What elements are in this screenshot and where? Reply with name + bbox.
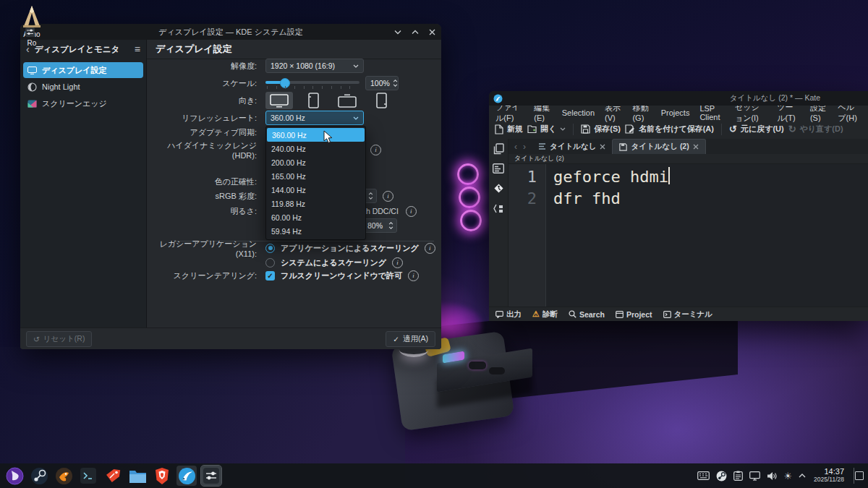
resolution-combobox[interactable]: 1920 × 1080 (16:9)	[265, 59, 364, 73]
spin-arrows-icon[interactable]	[368, 192, 373, 200]
tab-close-icon[interactable]	[693, 144, 699, 150]
tab-back-icon[interactable]: ‹	[514, 142, 517, 152]
menu-projects[interactable]: Projects	[661, 108, 690, 117]
spin-arrows-icon[interactable]	[388, 222, 393, 229]
sidebar-item-night-light[interactable]: Night Light	[23, 79, 143, 95]
project-panel-button[interactable]: Project	[616, 310, 652, 319]
clock[interactable]: 14:37 2025/11/28	[814, 468, 844, 484]
radio-apply-scaling-by-system[interactable]	[265, 258, 275, 267]
show-desktop-button[interactable]	[854, 468, 864, 484]
spin-arrows-icon[interactable]	[393, 80, 398, 87]
hdr-info-icon[interactable]: i	[370, 145, 381, 155]
anno-game-icon[interactable]	[20, 4, 44, 29]
git-tool-icon[interactable]	[493, 182, 505, 194]
redo-label: やり直す(D)	[800, 124, 843, 134]
open-dropdown-chevron-icon[interactable]	[560, 127, 566, 131]
search-panel-button[interactable]: Search	[569, 310, 605, 319]
save-as-button[interactable]: 名前を付けて保存(A)	[625, 124, 714, 134]
undo-button[interactable]: ↺ 元に戻す(U)	[729, 124, 784, 134]
diagnostics-panel-button[interactable]: ⚠ 診断	[532, 309, 558, 320]
output-icon	[495, 311, 503, 318]
clipboard-tray-icon[interactable]	[733, 471, 743, 481]
minimize-icon[interactable]	[394, 30, 401, 35]
orientation-portrait-button[interactable]	[299, 92, 327, 109]
tearing-checkbox[interactable]: ✓	[265, 271, 275, 281]
menu-go[interactable]: 移動(G)	[632, 103, 650, 122]
keyboard-layout-tray-icon[interactable]	[697, 471, 710, 480]
documents-tool-icon[interactable]	[493, 143, 504, 155]
dropdown-option[interactable]: 59.94 Hz	[266, 224, 365, 238]
screen-tearing-label: スクリーンテアリング:	[147, 270, 257, 281]
refresh-rate-combobox[interactable]: 360.00 Hz	[265, 111, 364, 125]
dropdown-option[interactable]: 144.00 Hz	[266, 183, 365, 197]
settings-titlebar[interactable]: ディスプレイ設定 — KDE システム設定	[20, 24, 441, 40]
output-panel-button[interactable]: 出力	[495, 309, 522, 320]
close-icon[interactable]	[429, 29, 435, 35]
filesystem-tool-icon[interactable]	[493, 163, 504, 174]
launcher-bazzite[interactable]	[4, 466, 25, 486]
new-file-button[interactable]: 新規	[495, 124, 523, 134]
launcher-steam[interactable]	[29, 466, 49, 486]
hamburger-menu-icon[interactable]: ≡	[135, 43, 140, 55]
screen-edges-icon	[27, 100, 37, 108]
steam-tray-icon[interactable]	[716, 471, 727, 481]
warning-icon: ⚠	[532, 309, 540, 319]
redo-button[interactable]: ↻ やり直す(D)	[788, 124, 843, 134]
menu-lsp-client[interactable]: LSP Client	[699, 104, 724, 121]
dropdown-option[interactable]: 119.88 Hz	[266, 197, 365, 210]
orientation-flipped-portrait-button[interactable]	[367, 92, 395, 109]
sidebar-item-screen-edges[interactable]: スクリーンエッジ	[23, 95, 143, 111]
scale-slider[interactable]	[265, 78, 359, 88]
tab-untitled-2[interactable]: タイトルなし (2)	[612, 139, 705, 154]
launcher-protonplus[interactable]	[103, 466, 123, 486]
desktop-shortcut[interactable]: Anno Ro	[10, 4, 54, 48]
menu-settings[interactable]: 設定(S)	[810, 103, 827, 122]
tray-expander-icon[interactable]	[799, 474, 806, 478]
srgb-info-icon[interactable]: i	[383, 191, 393, 202]
launcher-lutris[interactable]	[54, 466, 74, 486]
dropdown-option[interactable]: 60.00 Hz	[266, 210, 365, 224]
orientation-flipped-landscape-button[interactable]	[333, 92, 361, 109]
tab-untitled[interactable]: タイトルなし	[532, 139, 612, 154]
tearing-info-icon[interactable]: i	[408, 270, 419, 281]
dropdown-option[interactable]: 200.00 Hz	[266, 155, 365, 169]
orientation-landscape-button[interactable]	[265, 92, 293, 109]
legacy-option1-info-icon[interactable]: i	[425, 243, 435, 254]
menu-selection[interactable]: Selection	[562, 108, 595, 117]
maximize-icon[interactable]	[412, 30, 419, 35]
undo-icon: ↺	[729, 124, 737, 134]
dropdown-option[interactable]: 360.00 Hz	[267, 128, 365, 142]
scale-spinbox[interactable]: 100%	[365, 76, 399, 90]
reset-button[interactable]: ↺ リセット(R)	[26, 331, 92, 347]
symbols-tool-icon[interactable]	[493, 203, 504, 214]
editor-area[interactable]: 1 2 geforce hdmidfr fhd	[509, 164, 868, 307]
menu-view[interactable]: 表示(V)	[605, 103, 622, 122]
legacy-option2-info-icon[interactable]: i	[392, 257, 403, 268]
brightness-info-icon[interactable]: i	[406, 206, 417, 217]
apply-button[interactable]: ✓ 適用(A)	[386, 331, 435, 347]
tab-close-icon[interactable]	[600, 144, 605, 150]
launcher-terminal[interactable]	[78, 466, 98, 486]
breadcrumb[interactable]: タイトルなし (2)	[509, 154, 868, 164]
code-text[interactable]: geforce hdmidfr fhd	[546, 164, 670, 307]
save-button[interactable]: 保存(S)	[581, 124, 621, 134]
launcher-brave[interactable]	[152, 466, 172, 486]
terminal-panel-button[interactable]: ターミナル	[663, 309, 712, 320]
menu-edit[interactable]: 編集(E)	[534, 103, 551, 122]
dropdown-option[interactable]: 165.00 Hz	[266, 169, 365, 183]
sidebar-item-display-configuration[interactable]: ディスプレイ設定	[23, 62, 143, 78]
taskbar-kate-window[interactable]	[176, 466, 197, 486]
taskbar-systemsettings-window[interactable]	[201, 466, 221, 486]
tab-forward-icon[interactable]: ›	[523, 142, 526, 152]
kate-toolbar: 新規 開く 保存(S) 名前を付けて保存(A) ↺ 元に戻す(U)	[489, 119, 868, 140]
brightness-spinbox[interactable]: 80%	[362, 218, 397, 233]
kate-titlebar[interactable]: タイトルなし (2) * — Kate	[489, 91, 868, 106]
radio-apply-scaling-by-application[interactable]	[265, 244, 275, 253]
brightness-tray-icon[interactable]: ☀	[783, 471, 792, 481]
diagnostics-label: 診断	[542, 309, 558, 320]
dropdown-option[interactable]: 240.00 Hz	[266, 142, 365, 155]
launcher-dolphin[interactable]	[127, 466, 148, 486]
display-tray-icon[interactable]	[749, 471, 760, 481]
volume-tray-icon[interactable]	[767, 471, 777, 481]
open-file-button[interactable]: 開く	[527, 124, 566, 134]
